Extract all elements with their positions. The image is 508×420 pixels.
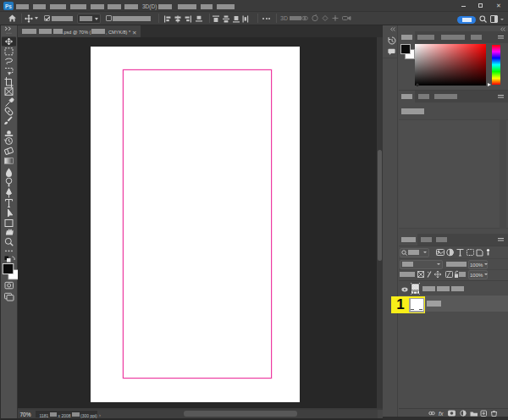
svg-text:fx: fx xyxy=(439,410,444,416)
